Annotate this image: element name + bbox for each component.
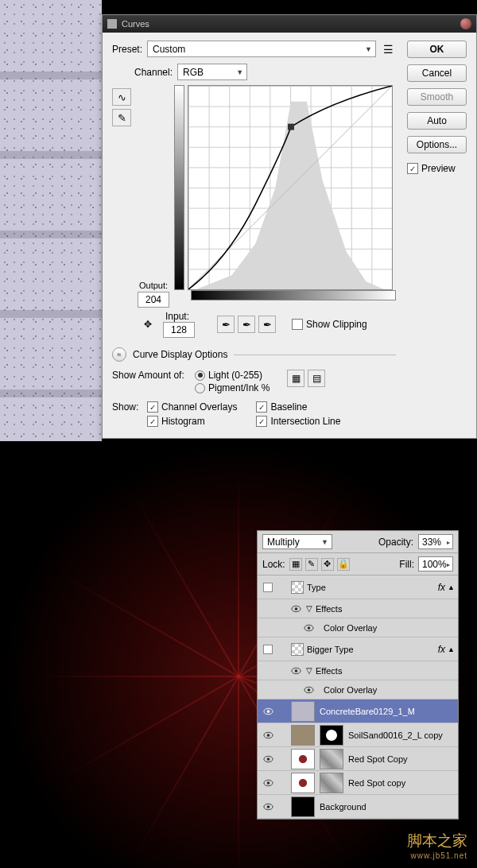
dialog-titlebar[interactable]: Curves <box>103 15 476 33</box>
collapse-icon[interactable]: ▲ <box>448 645 455 653</box>
eye-icon[interactable] <box>291 605 301 613</box>
preview-checkbox[interactable]: ✓ <box>407 163 418 174</box>
preview-checkbox-row[interactable]: ✓ Preview <box>407 163 467 174</box>
eye-icon[interactable] <box>304 624 314 632</box>
layer-redspot-2[interactable]: Red Spot copy <box>258 771 458 795</box>
radio-off-icon <box>195 383 205 393</box>
curve-line <box>188 86 392 289</box>
smooth-button[interactable]: Smooth <box>407 88 467 106</box>
show-clipping-checkbox[interactable] <box>292 319 303 330</box>
watermark: 脚本之家 www.jb51.net <box>407 831 467 860</box>
hand-tool-icon[interactable]: ✥ <box>139 316 157 333</box>
grid-small-icon[interactable]: ▦ <box>287 370 304 387</box>
mask-thumb <box>320 725 343 746</box>
chevron-icon: ▸ <box>447 560 450 568</box>
eye-icon[interactable] <box>291 667 301 675</box>
effects-row[interactable]: ▽ Effects <box>258 599 458 618</box>
lock-brush-icon[interactable]: ✎ <box>305 558 318 571</box>
expander-icon[interactable]: ▽ <box>306 604 312 613</box>
layers-panel: Multiply ▼ Opacity: 33% ▸ Lock: ▦ ✎ ✥ 🔒 … <box>257 530 459 820</box>
color-overlay-row[interactable]: Color Overlay <box>258 680 458 699</box>
eye-icon[interactable] <box>304 686 314 694</box>
eye-icon[interactable] <box>263 731 273 739</box>
svg-point-4 <box>295 607 298 610</box>
collapse-icon[interactable]: ▲ <box>448 583 455 591</box>
dialog-title: Curves <box>122 19 460 29</box>
options-button[interactable]: Options... <box>407 136 467 153</box>
close-icon[interactable] <box>460 18 471 29</box>
dialog-icon <box>107 19 117 29</box>
output-input[interactable]: 204 <box>138 292 169 308</box>
check-channel-overlays[interactable]: ✓Channel Overlays <box>147 401 237 413</box>
layer-thumb <box>291 701 315 722</box>
curve-graph[interactable] <box>188 85 393 290</box>
expander-icon[interactable]: ▽ <box>306 666 312 675</box>
collapse-toggle-icon[interactable]: ≈ <box>112 347 126 362</box>
check-intersection[interactable]: ✓Intersection Line <box>256 416 340 427</box>
chevron-down-icon: ▼ <box>236 68 243 76</box>
radio-light[interactable]: Light (0-255) <box>195 370 270 381</box>
curve-draw-tool[interactable]: ∿ <box>112 88 131 106</box>
layer-redspot-1[interactable]: Red Spot Copy <box>258 747 458 771</box>
eyedropper-black-icon[interactable]: ✒ <box>217 316 235 333</box>
preset-select[interactable]: Custom ▼ <box>147 41 376 57</box>
opacity-label: Opacity: <box>378 537 413 548</box>
color-overlay-row[interactable]: Color Overlay <box>258 618 458 637</box>
fx-badge: fx <box>438 644 445 655</box>
layer-type[interactable]: Type fx ▲ <box>258 575 458 599</box>
horizontal-gradient[interactable] <box>191 290 396 300</box>
pencil-tool-icon[interactable]: ✎ <box>112 109 131 126</box>
eyedropper-gray-icon[interactable]: ✒ <box>238 316 255 333</box>
texture-preview-strip <box>0 0 102 441</box>
layer-list: Type fx ▲ ▽ Effects Color Overlay Bigger… <box>258 575 458 819</box>
eye-icon[interactable] <box>263 803 273 811</box>
radial-rays <box>238 676 239 676</box>
layer-thumb <box>291 749 315 769</box>
show-label: Show: <box>112 401 142 413</box>
radio-pigment[interactable]: Pigment/Ink % <box>195 382 270 393</box>
layer-thumb <box>291 773 315 793</box>
curves-dialog: Curves Preset: Custom ▼ ☰ Channel: RGB ▼ <box>102 14 477 439</box>
display-options-label: Curve Display Options <box>133 349 227 360</box>
opacity-input[interactable]: 33% ▸ <box>418 534 453 549</box>
visibility-checkbox[interactable] <box>263 645 273 654</box>
show-clipping-row[interactable]: Show Clipping <box>292 319 367 330</box>
svg-point-12 <box>266 710 270 713</box>
input-input[interactable]: 128 <box>163 322 195 338</box>
eye-icon[interactable] <box>263 779 273 787</box>
grid-large-icon[interactable]: ▤ <box>308 370 325 387</box>
lock-transparency-icon[interactable]: ▦ <box>289 558 302 571</box>
layer-soilsand[interactable]: SoilSand0016_2_L copy <box>258 723 458 747</box>
channel-label: Channel: <box>134 67 173 78</box>
mask-thumb <box>320 749 343 769</box>
vertical-gradient[interactable] <box>174 85 184 290</box>
eye-icon[interactable] <box>263 707 273 715</box>
effects-row[interactable]: ▽ Effects <box>258 661 458 680</box>
layer-background[interactable]: Background <box>258 795 458 819</box>
fill-input[interactable]: 100% ▸ <box>418 556 453 572</box>
layer-bigger-type[interactable]: Bigger Type fx ▲ <box>258 637 458 661</box>
eyedropper-white-icon[interactable]: ✒ <box>258 316 276 333</box>
blend-mode-select[interactable]: Multiply ▼ <box>262 534 332 549</box>
chevron-down-icon: ▼ <box>365 45 372 53</box>
layer-thumb <box>291 796 315 817</box>
ok-button[interactable]: OK <box>407 41 467 58</box>
svg-point-6 <box>308 626 311 630</box>
layer-concrete[interactable]: ConcreteBare0129_1_M <box>258 699 458 723</box>
output-label: Output: <box>139 281 168 290</box>
cancel-button[interactable]: Cancel <box>407 64 467 82</box>
channel-select[interactable]: RGB ▼ <box>177 64 247 80</box>
preset-menu-icon[interactable]: ☰ <box>381 43 396 56</box>
eye-icon[interactable] <box>263 755 273 763</box>
auto-button[interactable]: Auto <box>407 112 467 130</box>
lock-all-icon[interactable]: 🔒 <box>337 558 350 571</box>
check-histogram[interactable]: ✓Histogram <box>147 416 237 427</box>
mask-thumb <box>320 773 343 793</box>
layer-thumb-icon <box>291 643 304 656</box>
svg-point-10 <box>308 688 311 692</box>
fx-badge: fx <box>438 582 445 593</box>
visibility-checkbox[interactable] <box>263 583 273 592</box>
svg-point-20 <box>266 805 270 808</box>
lock-move-icon[interactable]: ✥ <box>321 558 334 571</box>
check-baseline[interactable]: ✓Baseline <box>256 401 340 413</box>
